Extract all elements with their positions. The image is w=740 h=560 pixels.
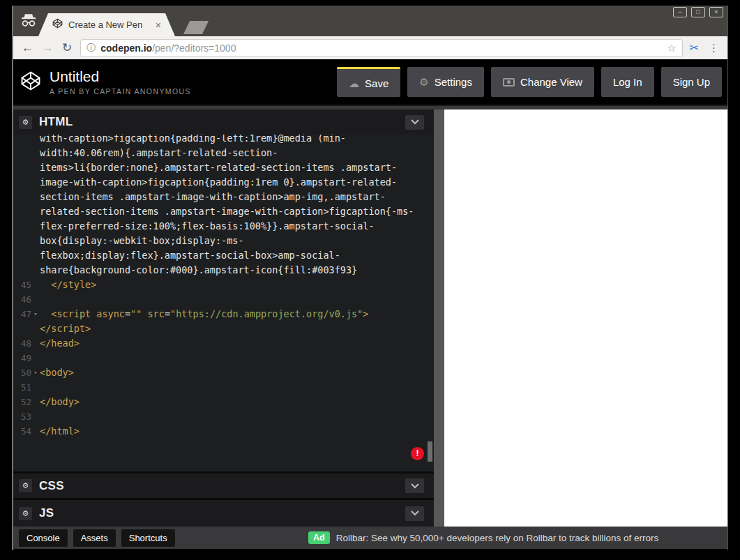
address-bar[interactable]: ⓘ codepen.io /pen/?editors=1000 ☆ <box>80 39 682 57</box>
html-panel-header: ⚙ HTML <box>13 109 434 135</box>
code-line: width:40.06rem){.ampstart-related-sectio… <box>13 146 434 160</box>
code-line: </script> <box>13 321 434 336</box>
pen-title-block: Untitled A PEN BY CAPTAIN ANONYMOUS <box>50 68 191 96</box>
gear-icon: ⚙ <box>419 77 428 87</box>
code-line: box{display:-webkit-box;display:-ms- <box>13 234 434 248</box>
code-lines: with-caption>figcaption{padding-left:1re… <box>13 135 434 439</box>
ad-banner[interactable]: Ad Rollbar: See why 50,000+ developers r… <box>308 527 658 549</box>
browser-window: Create a New Pen × − □ × ← → ↻ ⓘ codepen… <box>12 6 728 550</box>
editor-scrollbar-thumb[interactable] <box>428 441 432 462</box>
css-collapse-button[interactable] <box>405 478 424 493</box>
pen-author: A PEN BY CAPTAIN ANONYMOUS <box>50 87 191 96</box>
signup-button[interactable]: Sign Up <box>661 67 722 97</box>
tab-close-icon[interactable]: × <box>156 20 161 31</box>
code-line: flexbox;display:flex}.ampstart-social-bo… <box>13 248 434 263</box>
change-view-button[interactable]: Change View <box>491 67 594 97</box>
code-line: 48</head> <box>13 336 434 351</box>
code-line: 50▾<body> <box>13 365 434 380</box>
js-panel-label: JS <box>39 506 54 520</box>
incognito-icon <box>20 13 38 31</box>
preview-pane <box>444 109 727 527</box>
close-button[interactable]: × <box>709 7 723 17</box>
tab-favicon-codepen-icon <box>52 18 63 31</box>
css-panel-label: CSS <box>39 479 64 493</box>
code-line: 49 <box>13 351 434 365</box>
extension-scissors-icon[interactable]: ✂ <box>690 41 699 54</box>
code-line: items>li{border:none}.ampstart-related-s… <box>13 160 434 175</box>
codepen-header: Untitled A PEN BY CAPTAIN ANONYMOUS ☁ Sa… <box>13 59 727 105</box>
screen-icon <box>503 78 515 86</box>
cloud-icon: ☁ <box>349 78 359 89</box>
js-settings-gear-icon[interactable]: ⚙ <box>19 507 32 520</box>
code-line: image-with-caption>figcaption{padding:1r… <box>13 175 434 190</box>
console-button[interactable]: Console <box>19 529 68 547</box>
login-label: Log In <box>613 76 642 88</box>
desktop: Create a New Pen × − □ × ← → ↻ ⓘ codepen… <box>0 0 740 560</box>
bookmark-star-icon[interactable]: ☆ <box>667 42 676 54</box>
minimize-button[interactable]: − <box>673 7 687 17</box>
code-line: with-caption>figcaption{padding-left:1re… <box>13 135 434 146</box>
chevron-down-icon <box>411 510 419 516</box>
tab-title: Create a New Pen <box>68 20 151 30</box>
save-label: Save <box>365 77 388 89</box>
editor-preview-splitter[interactable] <box>434 109 444 527</box>
ad-badge: Ad <box>308 531 330 544</box>
settings-button[interactable]: ⚙ Settings <box>407 67 484 97</box>
header-divider <box>13 105 727 109</box>
codepen-logo-icon[interactable] <box>20 70 41 94</box>
header-actions: ☁ Save ⚙ Settings Change View Log In Sig… <box>337 67 722 97</box>
url-path: /pen/?editors=1000 <box>152 43 236 54</box>
code-line: 46 <box>13 292 434 307</box>
page-info-icon[interactable]: ⓘ <box>86 42 96 54</box>
code-line: share{background-color:#000}.ampstart-ic… <box>13 263 434 278</box>
code-line: flex-preferred-size:100%;flex-basis:100%… <box>13 219 434 234</box>
error-badge[interactable]: ! <box>411 447 424 460</box>
change-view-label: Change View <box>520 76 582 88</box>
html-code-editor[interactable]: with-caption>figcaption{padding-left:1re… <box>13 135 434 471</box>
css-panel-header: ⚙ CSS <box>13 471 434 498</box>
save-button[interactable]: ☁ Save <box>337 67 400 97</box>
code-line: 52</body> <box>13 395 434 409</box>
browser-titlebar: Create a New Pen × − □ × <box>13 6 727 36</box>
code-line: 45 </style> <box>13 278 434 292</box>
chevron-down-icon <box>411 483 419 489</box>
forward-icon: → <box>42 42 54 54</box>
code-line: section-items .ampstart-image-with-capti… <box>13 190 434 204</box>
fold-marker-icon[interactable]: ▾ <box>31 307 40 321</box>
html-panel-label: HTML <box>39 115 73 129</box>
chevron-down-icon <box>411 119 419 125</box>
url-domain: codepen.io <box>100 43 152 54</box>
browser-toolbar: ← → ↻ ⓘ codepen.io /pen/?editors=1000 ☆ … <box>13 36 727 59</box>
new-tab-button[interactable] <box>183 21 209 34</box>
signup-label: Sign Up <box>673 76 710 88</box>
code-line: 51 <box>13 380 434 395</box>
shortcuts-button[interactable]: Shortcuts <box>121 529 175 547</box>
back-icon[interactable]: ← <box>22 42 33 54</box>
html-settings-gear-icon[interactable]: ⚙ <box>19 116 32 129</box>
assets-button[interactable]: Assets <box>73 529 116 547</box>
code-line: 54</html> <box>13 424 434 439</box>
js-collapse-button[interactable] <box>405 506 424 521</box>
main-area: ⚙ HTML with-caption>figcaption{padding-l… <box>13 109 727 527</box>
browser-menu-icon[interactable]: ⋮ <box>709 42 719 54</box>
html-collapse-button[interactable] <box>405 115 424 130</box>
css-settings-gear-icon[interactable]: ⚙ <box>19 479 32 492</box>
footer-bar: Console Assets Shortcuts Ad Rollbar: See… <box>13 527 727 549</box>
js-panel-header: ⚙ JS <box>13 498 434 527</box>
browser-tab[interactable]: Create a New Pen × <box>38 13 175 36</box>
code-line: related-section-items .ampstart-image-wi… <box>13 204 434 219</box>
reload-icon[interactable]: ↻ <box>62 42 72 54</box>
pen-title[interactable]: Untitled <box>50 68 191 85</box>
window-controls: − □ × <box>673 7 723 17</box>
settings-label: Settings <box>435 76 472 88</box>
code-line: 53 <box>13 409 434 424</box>
code-line: 47▾ <script async="" src="https://cdn.am… <box>13 307 434 321</box>
editor-column: ⚙ HTML with-caption>figcaption{padding-l… <box>13 109 434 527</box>
fold-marker-icon[interactable]: ▾ <box>31 365 40 380</box>
maximize-button[interactable]: □ <box>691 7 705 17</box>
ad-text[interactable]: Rollbar: See why 50,000+ developers rely… <box>336 533 659 543</box>
login-button[interactable]: Log In <box>601 67 654 97</box>
